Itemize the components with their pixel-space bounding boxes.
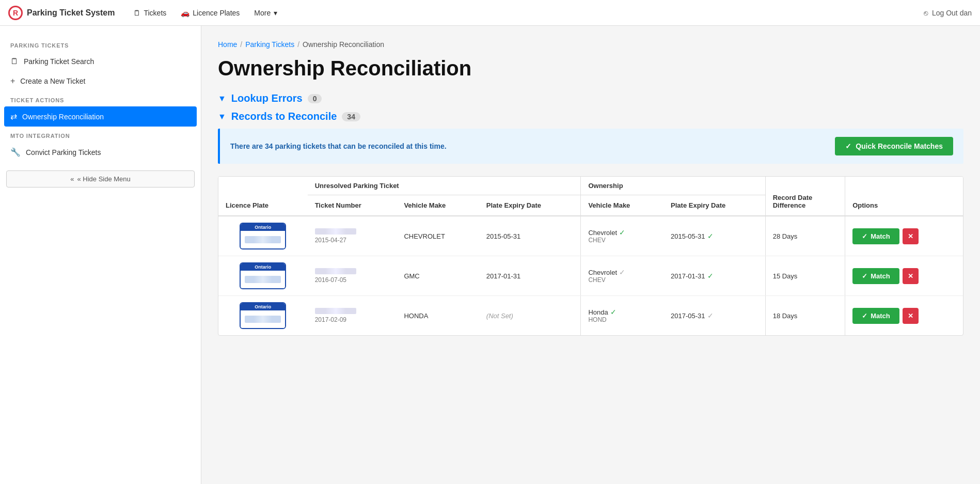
sidebar-item-ownership-reconciliation[interactable]: ⇄ Ownership Reconciliation [4, 106, 197, 127]
col-licence-plate: Licence Plate [218, 177, 308, 216]
lookup-errors-count: 0 [308, 94, 322, 103]
tickets-icon: 🗒 [133, 9, 140, 17]
ticket-number-blur [315, 268, 356, 274]
sidebar-parking-search-label: Parking Ticket Search [24, 57, 94, 66]
ownership-expiry-icon: ✓ [707, 272, 714, 280]
table-row: Ontario 2016-07-05GMC2017-01-31 Chevrole… [218, 256, 963, 296]
breadcrumb: Home / Parking Tickets / Ownership Recon… [218, 40, 963, 49]
hide-side-menu-button[interactable]: « « Hide Side Menu [6, 170, 195, 188]
ownership-make-cell: Chevrolet ✓ CHEV [581, 256, 663, 296]
plate-province: Ontario [241, 224, 285, 231]
brand: R Parking Ticket System [8, 6, 115, 20]
breadcrumb-parking-tickets[interactable]: Parking Tickets [245, 40, 294, 49]
ticket-number-blur [315, 228, 356, 235]
plate-expiry-ticket-cell: 2017-01-31 [479, 256, 581, 296]
options-cell: ✓ Match ✕ [845, 296, 963, 336]
options-buttons: ✓ Match ✕ [852, 308, 956, 324]
record-date-diff-cell: 18 Days [765, 296, 845, 336]
options-cell: ✓ Match ✕ [845, 216, 963, 256]
col-unresolved-ticket: Unresolved Parking Ticket [308, 177, 581, 195]
brand-name: Parking Ticket System [27, 8, 115, 18]
licence-plates-label: Licence Plates [193, 9, 240, 17]
plate-expiry-ticket-cell: 2015-05-31 [479, 216, 581, 256]
ticket-number-cell: 2015-04-27 [308, 216, 397, 256]
match-button[interactable]: ✓ Match [852, 308, 899, 324]
sub-plate-expiry-ownership: Plate Expiry Date [663, 195, 765, 216]
reject-icon: ✕ [908, 272, 913, 280]
vehicle-make-ticket-cell: CHEVROLET [397, 216, 479, 256]
sidebar-parking-tickets-label: PARKING TICKETS [0, 36, 201, 52]
reconcile-table-wrapper: Licence Plate Unresolved Parking Ticket … [218, 176, 963, 336]
plate-text [245, 276, 281, 283]
ticket-number-blur [315, 308, 356, 314]
match-label: Match [871, 232, 890, 240]
ownership-expiry: 2017-01-31 ✓ [671, 272, 758, 280]
reject-icon: ✕ [908, 312, 913, 320]
breadcrumb-sep-2: / [297, 40, 299, 49]
plate-expiry-ticket-cell: (Not Set) [479, 296, 581, 336]
app-body: PARKING TICKETS 🗒 Parking Ticket Search … [0, 26, 980, 484]
match-check-icon: ✓ [862, 272, 867, 280]
table-row: Ontario 2015-04-27CHEVROLET2015-05-31 Ch… [218, 216, 963, 256]
ticket-number-cell: 2016-07-05 [308, 256, 397, 296]
match-check-icon: ✓ [862, 312, 867, 320]
nav-more[interactable]: More ▾ [248, 6, 283, 20]
sidebar-item-create-ticket[interactable]: + Create a New Ticket [0, 71, 201, 91]
reject-button[interactable]: ✕ [903, 308, 919, 324]
breadcrumb-home[interactable]: Home [218, 40, 237, 49]
nav-licence-plates[interactable]: 🚗 Licence Plates [175, 6, 246, 20]
record-date-diff-cell: 28 Days [765, 216, 845, 256]
match-button[interactable]: ✓ Match [852, 228, 899, 244]
reject-icon: ✕ [908, 232, 913, 240]
licence-plate: Ontario [240, 262, 286, 289]
licence-plate-cell: Ontario [218, 216, 308, 256]
licence-plate: Ontario [240, 223, 286, 249]
ownership-expiry-cell: 2015-05-31 ✓ [663, 216, 765, 256]
plate-province: Ontario [241, 263, 285, 271]
breadcrumb-sep-1: / [240, 40, 242, 49]
logout-icon: ⎋ [924, 9, 928, 17]
records-to-reconcile-label: Records to Reconcile [231, 111, 337, 122]
records-to-reconcile-section[interactable]: ▼ Records to Reconcile 34 [218, 111, 963, 122]
reject-button[interactable]: ✕ [903, 228, 919, 244]
ticket-date: 2017-02-09 [315, 316, 390, 323]
ownership-reconciliation-icon: ⇄ [10, 112, 17, 121]
records-chevron-icon: ▼ [218, 112, 226, 121]
ownership-make: Chevrolet ✓ [588, 228, 656, 237]
ticket-date: 2015-04-27 [315, 237, 390, 244]
page-title: Ownership Reconciliation [218, 57, 963, 80]
alert-info-text: There are 34 parking tickets that can be… [230, 142, 447, 150]
sidebar-item-convict-parking[interactable]: 🔧 Convict Parking Tickets [0, 142, 201, 162]
plate-expiry-not-set: (Not Set) [486, 312, 513, 320]
sidebar: PARKING TICKETS 🗒 Parking Ticket Search … [0, 26, 201, 484]
nav-tickets[interactable]: 🗒 Tickets [127, 6, 172, 20]
match-check-icon: ✓ [862, 232, 867, 240]
licence-plates-icon: 🚗 [181, 9, 189, 17]
col-ownership: Ownership [581, 177, 765, 195]
ownership-make: Honda ✓ [588, 308, 656, 316]
lookup-errors-section[interactable]: ▼ Lookup Errors 0 [218, 92, 963, 104]
match-label: Match [871, 272, 890, 280]
licence-plate-cell: Ontario [218, 296, 308, 336]
sidebar-item-parking-search[interactable]: 🗒 Parking Ticket Search [0, 52, 201, 71]
quick-reconcile-button[interactable]: ✓ Quick Reconcile Matches [835, 137, 953, 155]
reject-button[interactable]: ✕ [903, 268, 919, 284]
plate-text [245, 236, 281, 243]
top-nav-links: 🗒 Tickets 🚗 Licence Plates More ▾ [127, 6, 923, 20]
chevron-down-icon: ▾ [274, 9, 277, 17]
sub-vehicle-make-ticket: Vehicle Make [397, 195, 479, 216]
breadcrumb-current: Ownership Reconciliation [303, 40, 384, 49]
licence-plate-cell: Ontario [218, 256, 308, 296]
sidebar-ticket-actions-label: TICKET ACTIONS [0, 91, 201, 106]
more-label: More [254, 9, 271, 17]
col-record-date-diff: Record DateDifference [765, 177, 845, 216]
double-left-icon: « [70, 175, 74, 183]
ownership-make-sub: CHEV [588, 237, 656, 244]
match-button[interactable]: ✓ Match [852, 268, 899, 284]
licence-plate: Ontario [240, 302, 286, 329]
ownership-make-name: Honda [588, 308, 608, 316]
logout-label[interactable]: Log Out dan [932, 9, 972, 17]
plate-text [245, 316, 281, 323]
top-nav-right: ⎋ Log Out dan [924, 9, 972, 17]
lookup-errors-chevron-icon: ▼ [218, 94, 226, 103]
